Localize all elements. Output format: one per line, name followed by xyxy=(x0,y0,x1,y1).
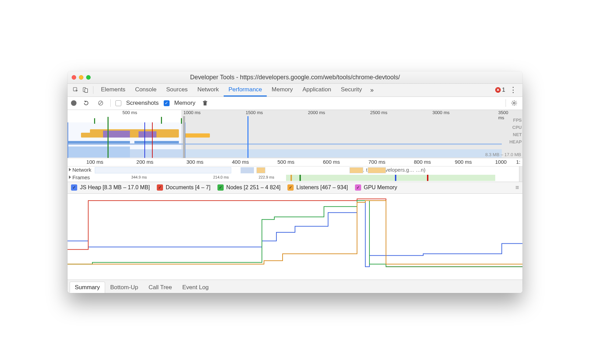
ruler-tick: 500 ms xyxy=(277,159,294,165)
legend-documents[interactable]: Documents [4 – 7] xyxy=(157,184,211,191)
bottom-tab-bottom-up[interactable]: Bottom-Up xyxy=(105,282,143,293)
more-tabs-icon[interactable]: » xyxy=(367,87,377,94)
overview-tick: 2000 ms xyxy=(308,110,325,115)
bottom-tab-call-tree[interactable]: Call Tree xyxy=(143,282,177,293)
ov-cpu-label: CPU xyxy=(512,125,522,130)
legend-nodes[interactable]: Nodes [2 251 – 4 824] xyxy=(217,184,281,191)
legend-menu-icon[interactable]: ≡ xyxy=(515,184,519,191)
legend-gpu[interactable]: GPU Memory xyxy=(355,184,397,191)
gc-trash-icon[interactable] xyxy=(200,98,210,108)
memory-chart[interactable] xyxy=(68,194,522,280)
reload-record-icon[interactable] xyxy=(81,98,91,108)
window-minimize-button[interactable] xyxy=(79,75,83,80)
overview-timeline[interactable]: 500 ms1000 ms1500 ms2000 ms2500 ms3000 m… xyxy=(68,110,522,158)
tab-network[interactable]: Network xyxy=(193,84,224,97)
ruler-tick: 400 ms xyxy=(232,159,249,165)
error-count: 1 xyxy=(502,87,505,93)
svg-point-9 xyxy=(513,102,515,104)
screenshots-checkbox[interactable] xyxy=(115,100,121,106)
tab-memory[interactable]: Memory xyxy=(267,84,297,97)
screenshots-label: Screenshots xyxy=(126,100,159,107)
legend-listeners[interactable]: Listeners [467 – 934] xyxy=(287,184,348,191)
memory-checkbox[interactable] xyxy=(164,100,170,106)
memory-label: Memory xyxy=(174,100,195,107)
chart-series-js-heap xyxy=(68,202,522,266)
overview-tick: 3000 ms xyxy=(433,110,450,115)
perf-toolbar: Screenshots Memory xyxy=(68,97,522,110)
ov-heap-range: 8.3 MB – 17.0 MB xyxy=(485,152,521,157)
ruler-tick: 900 ms xyxy=(455,159,472,165)
ruler-tick: 800 ms xyxy=(414,159,431,165)
bottom-tabstrip: SummaryBottom-UpCall TreeEvent Log xyxy=(68,280,522,293)
ruler-tick: 100 ms xyxy=(87,159,103,165)
ov-fps-label: FPS xyxy=(513,118,522,123)
clear-icon[interactable] xyxy=(96,98,105,108)
overview-tick: 1500 ms xyxy=(246,110,263,115)
error-badge[interactable]: ✕ 1 xyxy=(493,87,507,93)
svg-rect-8 xyxy=(204,101,206,101)
record-button[interactable] xyxy=(71,100,77,106)
settings-gear-icon[interactable] xyxy=(509,98,519,108)
ruler-tick: 600 ms xyxy=(323,159,340,165)
window-zoom-button[interactable] xyxy=(86,75,91,80)
tab-performance[interactable]: Performance xyxy=(224,84,267,97)
ruler-end: 1: xyxy=(516,159,520,165)
overview-right-handle[interactable] xyxy=(183,116,185,158)
tab-elements[interactable]: Elements xyxy=(96,84,130,97)
ov-heap-label: HEAP xyxy=(509,139,522,144)
legend-jsheap[interactable]: JS Heap [8.3 MB – 17.0 MB] xyxy=(71,184,150,191)
bottom-tab-event-log[interactable]: Event Log xyxy=(177,282,214,293)
devtools-window: Developer Tools - https://developers.goo… xyxy=(68,71,522,293)
detail-ruler[interactable]: 100 ms200 ms300 ms400 ms500 ms600 ms700 … xyxy=(68,158,522,166)
tab-application[interactable]: Application xyxy=(298,84,336,97)
ov-net-label: NET xyxy=(513,132,522,137)
error-icon: ✕ xyxy=(495,87,501,93)
network-row[interactable]: Network lopers.google.com/ (developers.g… xyxy=(68,166,522,174)
memory-legend: JS Heap [8.3 MB – 17.0 MB] Documents [4 … xyxy=(68,182,522,194)
titlebar: Developer Tools - https://developers.goo… xyxy=(68,71,522,84)
rows-scrollbar[interactable] xyxy=(519,166,522,182)
tab-console[interactable]: Console xyxy=(130,84,161,97)
device-toggle-icon[interactable] xyxy=(81,85,90,95)
ruler-tick: 200 ms xyxy=(136,159,153,165)
ruler-tick: 700 ms xyxy=(368,159,385,165)
chart-series-documents xyxy=(68,199,522,266)
svg-line-5 xyxy=(99,102,102,105)
svg-rect-2 xyxy=(85,89,88,92)
frames-row[interactable]: Frames 344.9 ms 214.0 ms 222.9 ms xyxy=(68,174,522,182)
inspect-element-icon[interactable] xyxy=(71,85,81,95)
window-title: Developer Tools - https://developers.goo… xyxy=(68,74,522,81)
overview-tick: 1000 ms xyxy=(183,110,201,115)
flame-rows: Network lopers.google.com/ (developers.g… xyxy=(68,166,522,182)
overview-tick: 500 ms xyxy=(122,110,137,115)
ruler-tick: 300 ms xyxy=(186,159,203,165)
tab-security[interactable]: Security xyxy=(336,84,367,97)
bottom-tab-summary[interactable]: Summary xyxy=(70,282,105,293)
overview-tick: 2500 ms xyxy=(370,110,387,115)
chart-series-nodes xyxy=(68,200,522,266)
devtools-menu-icon[interactable]: ⋮ xyxy=(507,86,519,94)
window-close-button[interactable] xyxy=(72,75,76,80)
tab-sources[interactable]: Sources xyxy=(161,84,192,97)
panel-tabstrip: ElementsConsoleSourcesNetworkPerformance… xyxy=(68,84,522,97)
